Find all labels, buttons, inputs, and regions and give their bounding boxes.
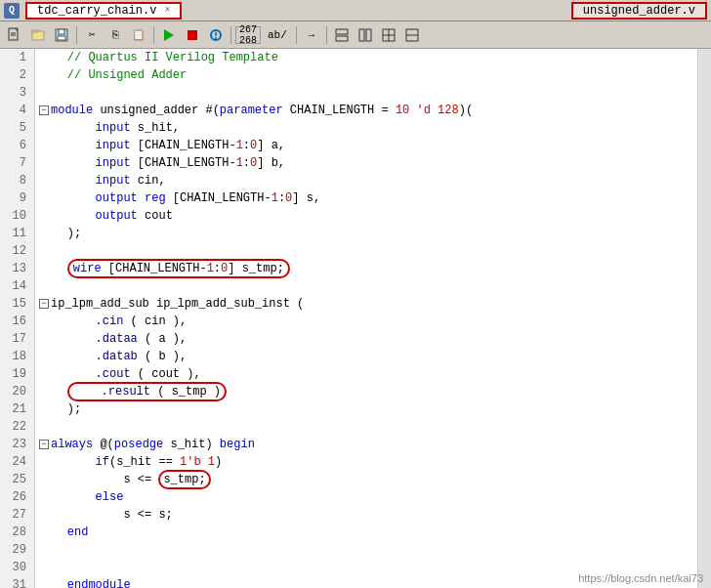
linenum-11: 11 xyxy=(0,225,30,242)
code-line-10: output cout xyxy=(39,207,697,225)
toolbar-btn-stop[interactable] xyxy=(182,24,203,46)
toolbar-btn-layout1[interactable] xyxy=(331,24,353,46)
svg-marker-8 xyxy=(164,29,174,41)
vertical-scrollbar[interactable] xyxy=(697,49,711,588)
code-line-24: if(s_hit == 1'b 1) xyxy=(39,453,697,471)
linenum-17: 17 xyxy=(0,330,30,348)
svg-rect-4 xyxy=(32,30,37,32)
code-line-19: .cout ( cout ), xyxy=(39,365,697,383)
sep5 xyxy=(326,26,327,44)
toolbar-num-display: 267268 xyxy=(235,26,261,44)
linenum-5: 5 xyxy=(0,119,30,137)
toolbar-btn-compile[interactable] xyxy=(158,24,180,46)
code-line-21: ); xyxy=(39,400,697,418)
linenum-16: 16 xyxy=(0,313,30,330)
linenum-25: 25 xyxy=(0,471,30,488)
svg-rect-16 xyxy=(366,29,371,41)
code-line-20: .result ( s_tmp ) xyxy=(39,383,697,400)
linenum-4: 4 xyxy=(0,102,30,119)
toolbar-btn-layout3[interactable] xyxy=(378,24,399,46)
code-line-6: input [CHAIN_LENGTH-1:0] a, xyxy=(39,137,697,154)
app-icon: Q xyxy=(4,3,20,19)
toolbar-btn-arrow[interactable]: → xyxy=(301,24,322,46)
toolbar-btn-new[interactable] xyxy=(4,24,25,46)
linenum-31: 31 xyxy=(0,576,30,588)
code-line-8: input cin, xyxy=(39,172,697,189)
fold-icon-always[interactable]: − xyxy=(39,440,49,449)
sep3 xyxy=(230,26,231,44)
editor-area: 1 2 3 4 5 6 7 8 9 10 11 12 13 14 15 16 1… xyxy=(0,49,711,588)
code-line-14 xyxy=(39,277,697,295)
code-line-29 xyxy=(39,541,697,559)
linenum-9: 9 xyxy=(0,189,30,207)
toolbar-btn-analyze[interactable] xyxy=(205,24,227,46)
linenum-28: 28 xyxy=(0,524,30,541)
toolbar-ab-btn[interactable]: ab/ xyxy=(263,25,292,45)
linenum-14: 14 xyxy=(0,277,30,295)
tab-tdc-close[interactable]: × xyxy=(164,5,170,16)
code-line-27: s <= s; xyxy=(39,506,697,524)
linenum-18: 18 xyxy=(0,348,30,365)
linenum-22: 22 xyxy=(0,418,30,436)
line-numbers: 1 2 3 4 5 6 7 8 9 10 11 12 13 14 15 16 1… xyxy=(0,49,35,588)
linenum-30: 30 xyxy=(0,559,30,576)
linenum-2: 2 xyxy=(0,66,30,84)
code-area[interactable]: // Quartus II Verilog Template // Unsign… xyxy=(35,49,697,588)
code-line-9: output reg [CHAIN_LENGTH-1:0] s, xyxy=(39,189,697,207)
linenum-3: 3 xyxy=(0,84,30,102)
svg-rect-15 xyxy=(359,29,364,41)
svg-rect-9 xyxy=(188,30,197,40)
code-line-13: wire [CHAIN_LENGTH-1:0] s_tmp; xyxy=(39,260,697,277)
fold-icon-ip[interactable]: − xyxy=(39,299,49,309)
toolbar-btn-layout2[interactable] xyxy=(355,24,376,46)
svg-rect-13 xyxy=(336,29,348,34)
toolbar-btn-layout4[interactable] xyxy=(401,24,423,46)
linenum-10: 10 xyxy=(0,207,30,225)
toolbar-btn-open[interactable] xyxy=(27,24,49,46)
toolbar-btn-save[interactable] xyxy=(51,24,72,46)
svg-rect-6 xyxy=(59,29,64,34)
code-line-15: −ip_lpm_add_sub ip_lpm_add_sub_inst ( xyxy=(39,295,697,313)
code-line-12 xyxy=(39,242,697,260)
code-line-11: ); xyxy=(39,225,697,242)
toolbar-btn-paste[interactable]: 📋 xyxy=(128,24,149,46)
svg-rect-14 xyxy=(336,36,348,41)
linenum-26: 26 xyxy=(0,488,30,506)
linenum-21: 21 xyxy=(0,400,30,418)
toolbar-btn-copy[interactable]: ⎘ xyxy=(105,24,126,46)
tab-tdc[interactable]: tdc_carry_chain.v × xyxy=(25,2,182,20)
svg-point-12 xyxy=(215,37,217,39)
watermark: https://blog.csdn.net/kai73 xyxy=(578,572,703,584)
code-line-16: .cin ( cin ), xyxy=(39,313,697,330)
toolbar-btn-cut[interactable]: ✂ xyxy=(81,24,103,46)
sep4 xyxy=(296,26,297,44)
linenum-29: 29 xyxy=(0,541,30,559)
code-line-23: −always @(posedge s_hit) begin xyxy=(39,436,697,453)
code-line-4: −module unsigned_adder #(parameter CHAIN… xyxy=(39,102,697,119)
linenum-27: 27 xyxy=(0,506,30,524)
linenum-12: 12 xyxy=(0,242,30,260)
linenum-24: 24 xyxy=(0,453,30,471)
tab-unsigned[interactable]: unsigned_adder.v xyxy=(571,2,707,20)
sep2 xyxy=(153,26,154,44)
sep1 xyxy=(76,26,77,44)
tab-tdc-label: tdc_carry_chain.v xyxy=(37,4,156,18)
linenum-13: 13 xyxy=(0,260,30,277)
code-line-3 xyxy=(39,84,697,102)
toolbar: ✂ ⎘ 📋 267268 ab/ → xyxy=(0,21,711,49)
tab-unsigned-label: unsigned_adder.v xyxy=(583,4,695,18)
code-line-2: // Unsigned Adder xyxy=(39,66,697,84)
svg-rect-7 xyxy=(58,36,65,40)
linenum-20: 20 xyxy=(0,383,30,400)
linenum-1: 1 xyxy=(0,49,30,66)
code-line-18: .datab ( b ), xyxy=(39,348,697,365)
fold-icon-module[interactable]: − xyxy=(39,105,49,115)
linenum-8: 8 xyxy=(0,172,30,189)
linenum-15: 15 xyxy=(0,295,30,313)
code-line-5: input s_hit, xyxy=(39,119,697,137)
code-line-25: s <= s_tmp; xyxy=(39,471,697,488)
code-line-7: input [CHAIN_LENGTH-1:0] b, xyxy=(39,154,697,172)
title-bar: Q tdc_carry_chain.v × unsigned_adder.v xyxy=(0,0,711,21)
code-line-26: else xyxy=(39,488,697,506)
code-line-1: // Quartus II Verilog Template xyxy=(39,49,697,66)
